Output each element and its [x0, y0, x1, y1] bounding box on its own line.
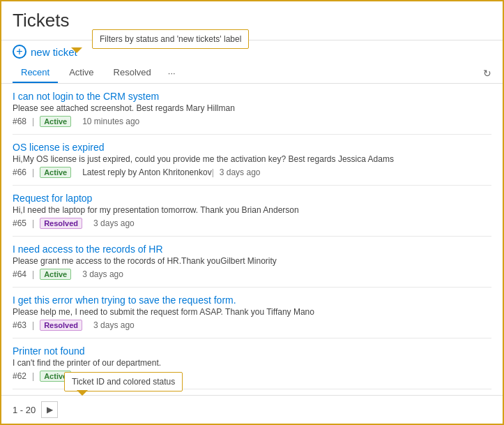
ticket-time: 10 minutes ago [82, 117, 139, 126]
tooltip-arrow-2 [77, 390, 88, 396]
status-badge: Active [40, 167, 71, 178]
ticket-title[interactable]: Request for laptop [13, 193, 491, 204]
ticket-id: #64 [13, 269, 26, 279]
status-badge: Resolved [40, 218, 82, 229]
separator: | [32, 269, 34, 279]
ticket-id: #62 [13, 371, 26, 381]
tab-more[interactable]: ··· [162, 64, 181, 82]
app-container: Tickets Filters by status and 'new ticke… [1, 1, 503, 424]
ticket-body: I can't find the printer of our departme… [13, 358, 491, 368]
ticket-time: 3 days ago [82, 269, 123, 279]
ticket-item: Request for laptopHi,I need the laptop f… [13, 186, 491, 237]
footer: 1 - 20 ▶ Ticket ID and colored status [1, 395, 503, 424]
ticket-title[interactable]: OS license is expired [13, 142, 491, 153]
ticket-time: 3 days ago [93, 320, 135, 330]
ticket-title[interactable]: I can not login to the CRM system [13, 91, 491, 102]
ticket-body: Hi,I need the laptop for my presentation… [13, 205, 491, 215]
ticket-item: I need access to the records of HRPlease… [13, 237, 491, 288]
new-ticket-label: new ticket [31, 46, 77, 58]
separator: | [32, 371, 34, 381]
status-badge: Resolved [40, 320, 82, 331]
ticket-id: #66 [13, 167, 26, 177]
ticket-item: OS license is expiredHi,My OS license is… [13, 135, 491, 186]
ticket-title[interactable]: I need access to the records of HR [13, 244, 491, 255]
ticket-title[interactable]: Printer not found [13, 345, 491, 357]
page-title: Tickets [13, 10, 491, 31]
tooltip-arrow-1 [71, 47, 82, 53]
ticket-id: #63 [13, 320, 26, 330]
tooltip-ticket-id: Ticket ID and colored status [64, 372, 183, 392]
ticket-title[interactable]: I get this error when trying to save the… [13, 294, 491, 306]
separator: | [32, 117, 34, 126]
ticket-meta: #63 | Resolved3 days ago [13, 320, 491, 331]
ticket-meta: #65 | Resolved3 days ago [13, 218, 491, 229]
tab-active[interactable]: Active [61, 63, 102, 83]
ticket-time: 3 days ago [220, 167, 261, 177]
ticket-item: I get this error when trying to save the… [13, 288, 491, 338]
ticket-reply: Latest reply by Anton Khritonenkov [82, 167, 211, 177]
plus-circle-icon: + [13, 45, 26, 59]
refresh-icon[interactable]: ↻ [483, 68, 491, 79]
separator3: | [212, 167, 214, 177]
ticket-meta: #68 | Active10 minutes ago [13, 116, 491, 127]
status-badge: Active [40, 116, 71, 127]
status-badge: Active [40, 269, 71, 280]
pagination-label: 1 - 20 [13, 405, 36, 415]
ticket-meta: #64 | Active3 days ago [13, 269, 491, 280]
tabs-row: Recent Active Resolved ··· ↻ [1, 63, 503, 84]
pagination-next-button[interactable]: ▶ [41, 401, 58, 418]
tab-resolved[interactable]: Resolved [105, 63, 160, 83]
ticket-body: Please help me, I need to submit the req… [13, 307, 491, 317]
separator: | [32, 218, 34, 228]
ticket-id: #68 [13, 117, 26, 126]
ticket-body: Please grant me access to the rocords of… [13, 256, 491, 266]
ticket-body: Hi,My OS license is just expired, could … [13, 154, 491, 164]
ticket-id: #65 [13, 218, 26, 228]
header: Tickets Filters by status and 'new ticke… [1, 1, 503, 40]
ticket-meta: #66 | ActiveLatest reply by Anton Khrito… [13, 167, 491, 178]
new-ticket-button[interactable]: + new ticket [13, 45, 77, 59]
ticket-item: I can not login to the CRM systemPlease … [13, 84, 491, 135]
tab-recent[interactable]: Recent [13, 63, 58, 83]
tooltip-filters: Filters by status and 'new tickets' labe… [92, 29, 249, 49]
ticket-time: 3 days ago [93, 218, 135, 228]
separator: | [32, 167, 34, 177]
tickets-list: I can not login to the CRM systemPlease … [1, 84, 503, 395]
ticket-body: Please see attached screenshot. Best reg… [13, 103, 491, 113]
separator: | [32, 320, 34, 330]
